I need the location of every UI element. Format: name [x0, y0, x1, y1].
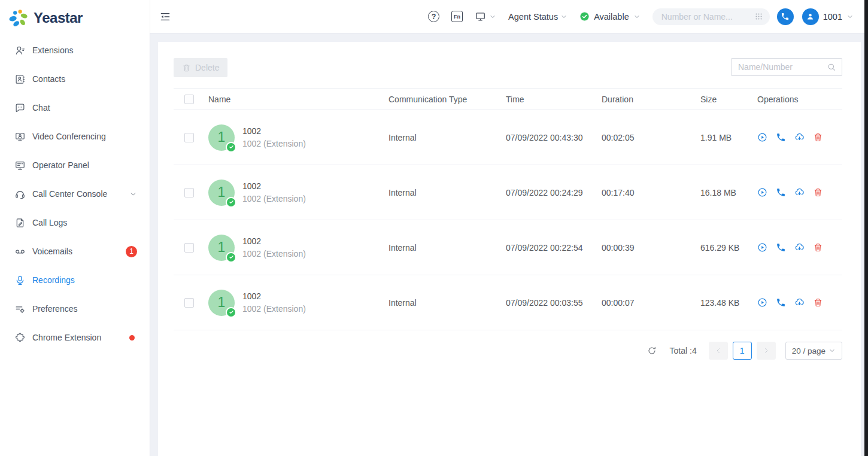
- collapse-sidebar-button[interactable]: [159, 11, 171, 23]
- page-size-select[interactable]: 20 / page: [785, 342, 842, 360]
- sidebar-item-label: Call Center Console: [32, 189, 129, 199]
- sidebar-item-label: Contacts: [32, 74, 137, 84]
- sidebar-item-video-conferencing[interactable]: Video Conferencing: [0, 122, 150, 151]
- play-button[interactable]: [757, 297, 767, 308]
- operations-cell: [757, 132, 842, 142]
- play-button[interactable]: [757, 242, 767, 253]
- row-checkbox[interactable]: [184, 243, 194, 253]
- refresh-button[interactable]: [647, 346, 657, 355]
- delete-row-button[interactable]: [813, 187, 823, 197]
- recordings-toolbar: Delete: [174, 58, 842, 77]
- fn-shortcuts-button[interactable]: Fn: [451, 11, 463, 22]
- caller-subtitle: 1002 (Extension): [242, 138, 306, 149]
- help-icon: ?: [428, 11, 439, 22]
- operations-cell: [757, 297, 842, 308]
- topbar: ? Fn Agent Status Availabl: [150, 0, 868, 34]
- call-button[interactable]: [776, 297, 786, 308]
- column-header-size: Size: [700, 89, 757, 110]
- play-button[interactable]: [757, 187, 767, 197]
- next-page-button[interactable]: [757, 342, 776, 360]
- sidebar-item-label: Operator Panel: [32, 160, 137, 170]
- size-cell: 123.48 KB: [700, 275, 757, 330]
- call-button[interactable]: [776, 187, 786, 197]
- row-checkbox[interactable]: [184, 133, 194, 142]
- time-cell: 07/09/2022 00:24:29: [506, 165, 602, 220]
- column-header-communication-type: Communication Type: [389, 89, 506, 110]
- chevron-down-icon: [489, 13, 496, 20]
- make-call-button[interactable]: [777, 8, 794, 25]
- sidebar-item-label: Chrome Extension: [32, 333, 129, 342]
- call-center-console-icon: [14, 189, 26, 200]
- size-cell: 16.18 MB: [700, 165, 757, 220]
- chrome-extension-icon: [14, 332, 26, 343]
- dial-search-input[interactable]: [661, 12, 754, 22]
- sidebar-item-call-center-console[interactable]: Call Center Console: [0, 180, 150, 208]
- sidebar-item-preferences[interactable]: Preferences: [0, 294, 150, 323]
- online-check-icon: [226, 307, 236, 318]
- agent-status-dropdown[interactable]: Agent Status: [508, 12, 567, 22]
- download-button[interactable]: [794, 242, 805, 253]
- help-button[interactable]: ?: [428, 11, 439, 22]
- communication-type-cell: Internal: [389, 220, 506, 275]
- topbar-actions: ? Fn Agent Status Availabl: [428, 8, 854, 25]
- table-search-input[interactable]: [738, 62, 827, 72]
- preferences-icon: [14, 303, 26, 315]
- cloud-download-icon: [794, 187, 805, 197]
- notification-dot: [129, 335, 135, 341]
- user-menu[interactable]: 1001: [802, 8, 854, 25]
- search-icon[interactable]: [827, 62, 836, 72]
- brand-logo: Yeastar: [0, 0, 150, 36]
- sidebar-item-call-logs[interactable]: Call Logs: [0, 208, 150, 237]
- presence-dropdown[interactable]: Available: [579, 11, 641, 22]
- sidebar-item-chrome-extension[interactable]: Chrome Extension: [0, 323, 150, 352]
- sidebar-item-chat[interactable]: Chat: [0, 93, 150, 122]
- select-all-checkbox[interactable]: [184, 95, 194, 104]
- delete-row-button[interactable]: [813, 132, 823, 142]
- caller-subtitle: 1002 (Extension): [242, 193, 306, 204]
- sidebar-item-extensions[interactable]: Extensions: [0, 36, 150, 65]
- caller-subtitle: 1002 (Extension): [242, 248, 306, 259]
- dial-search-field: [652, 8, 770, 25]
- call-logs-icon: [14, 217, 26, 229]
- device-selector-button[interactable]: [475, 11, 496, 22]
- table-search-field: [731, 58, 842, 76]
- online-check-icon: [226, 197, 236, 208]
- app-window: Yeastar Extensions Contacts Chat: [0, 0, 868, 456]
- page-size-label: 20 / page: [792, 346, 825, 355]
- chevron-down-icon: [633, 13, 641, 20]
- main-area: ? Fn Agent Status Availabl: [150, 0, 868, 456]
- sidebar-item-operator-panel[interactable]: Operator Panel: [0, 151, 150, 180]
- avatar-initial: 1: [218, 129, 226, 145]
- prev-page-button[interactable]: [709, 342, 728, 360]
- chat-icon: [14, 102, 26, 114]
- row-checkbox[interactable]: [184, 188, 194, 197]
- download-button[interactable]: [794, 132, 805, 142]
- call-button[interactable]: [776, 242, 786, 253]
- window-scrollbar-strip[interactable]: [864, 0, 868, 456]
- delete-row-button[interactable]: [813, 242, 823, 253]
- avatar: 1: [208, 124, 235, 151]
- download-button[interactable]: [794, 187, 805, 197]
- caller-cell: 1 1002 1002 (Extension): [208, 180, 389, 206]
- caller-name: 1002: [242, 291, 306, 302]
- page-number-button[interactable]: 1: [733, 342, 752, 360]
- sidebar-item-contacts[interactable]: Contacts: [0, 65, 150, 93]
- delete-button[interactable]: Delete: [174, 58, 227, 77]
- sidebar-item-recordings[interactable]: Recordings: [0, 266, 150, 294]
- table-row: 1 1002 1002 (Extension) Internal: [174, 110, 842, 165]
- operations-cell: [757, 187, 842, 197]
- total-count-label: Total :4: [670, 346, 697, 355]
- row-checkbox[interactable]: [184, 298, 194, 308]
- download-button[interactable]: [794, 297, 805, 308]
- play-button[interactable]: [757, 132, 767, 142]
- size-cell: 1.91 MB: [700, 110, 757, 165]
- caller-name: 1002: [242, 181, 306, 191]
- dialpad-icon[interactable]: [754, 12, 763, 21]
- call-button[interactable]: [776, 132, 786, 142]
- delete-row-button[interactable]: [813, 297, 823, 308]
- extensions-icon: [14, 45, 26, 56]
- presence-label: Available: [594, 12, 629, 22]
- time-cell: 07/09/2022 00:22:54: [506, 220, 602, 275]
- sidebar-item-voicemails[interactable]: Voicemails 1: [0, 237, 150, 266]
- avatar: 1: [208, 290, 235, 316]
